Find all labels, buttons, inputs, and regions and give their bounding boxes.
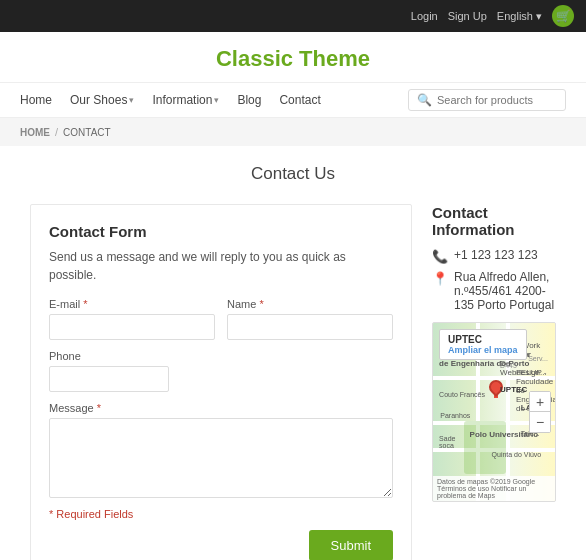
search-icon: 🔍	[417, 93, 432, 107]
required-marker: *	[83, 298, 87, 310]
main-nav: Home Our Shoes ▾ Information ▾ Blog Cont…	[0, 82, 586, 118]
map-zoom-controls: + −	[529, 391, 551, 433]
required-note: * Required Fields	[49, 508, 393, 520]
main-content: Contact Form Send us a message and we wi…	[0, 194, 586, 560]
email-field[interactable]	[49, 314, 215, 340]
chevron-down-icon: ▾	[536, 10, 542, 22]
cart-icon[interactable]: 🛒	[552, 5, 574, 27]
page-title: Contact Us	[0, 146, 586, 194]
required-marker: *	[259, 298, 263, 310]
contact-info-section: Contact Information 📞 +1 123 123 123 📍 R…	[432, 204, 556, 560]
phone-row: Phone	[49, 350, 393, 392]
map-d445-label: D445	[500, 362, 517, 369]
map-corner-label: Serv...	[528, 355, 548, 362]
breadcrumb-current: CONTACT	[63, 127, 111, 138]
submit-button[interactable]: Submit	[309, 530, 393, 560]
email-label: E-mail *	[49, 298, 215, 310]
map-footer: Datos de mapas ©2019 Google Términos de …	[433, 476, 555, 501]
map-couto-label: Couto Francês	[439, 391, 485, 398]
contact-form-heading: Contact Form	[49, 223, 393, 240]
site-title: Classic Theme	[0, 46, 586, 72]
search-area: 🔍	[408, 89, 566, 111]
language-selector[interactable]: English ▾	[497, 10, 542, 23]
required-marker: *	[97, 402, 101, 414]
contact-form-intro: Send us a message and we will reply to y…	[49, 248, 393, 284]
contact-form-section: Contact Form Send us a message and we wi…	[30, 204, 412, 560]
email-name-row: E-mail * Name *	[49, 298, 393, 340]
name-label: Name *	[227, 298, 393, 310]
nav-contact[interactable]: Contact	[279, 93, 320, 107]
chevron-down-icon: ▾	[129, 95, 134, 105]
message-label: Message *	[49, 402, 393, 414]
contact-info-heading: Contact Information	[432, 204, 556, 238]
map-popup-link[interactable]: Ampliar el mapa	[448, 345, 518, 355]
location-icon: 📍	[432, 271, 448, 286]
name-field[interactable]	[227, 314, 393, 340]
breadcrumb: HOME / CONTACT	[0, 118, 586, 146]
email-group: E-mail *	[49, 298, 215, 340]
breadcrumb-home[interactable]: HOME	[20, 127, 50, 138]
phone-number: +1 123 123 123	[454, 248, 538, 262]
breadcrumb-separator: /	[55, 126, 58, 138]
map-popup-label: UPTEC Ampliar el mapa	[439, 329, 527, 360]
phone-label: Phone	[49, 350, 393, 362]
map-quinta-label: Quinta do Viúvo	[492, 451, 542, 458]
address-info-row: 📍 Rua Alfredo Allen, n.º455/461 4200-135…	[432, 270, 556, 312]
map-container: ISEP - Instituto Superiorde Engenharia d…	[432, 322, 556, 502]
phone-icon: 📞	[432, 249, 448, 264]
nav-home[interactable]: Home	[20, 93, 52, 107]
nav-blog[interactable]: Blog	[237, 93, 261, 107]
phone-field[interactable]	[49, 366, 169, 392]
signup-link[interactable]: Sign Up	[448, 10, 487, 22]
phone-group: Phone	[49, 350, 393, 392]
name-group: Name *	[227, 298, 393, 340]
login-link[interactable]: Login	[411, 10, 438, 22]
message-row: Message *	[49, 402, 393, 498]
map-zoom-out[interactable]: −	[530, 412, 550, 432]
phone-info-row: 📞 +1 123 123 123	[432, 248, 556, 264]
message-field[interactable]	[49, 418, 393, 498]
message-group: Message *	[49, 402, 393, 498]
map-zoom-in[interactable]: +	[530, 392, 550, 412]
search-input[interactable]	[437, 94, 557, 106]
address-text: Rua Alfredo Allen, n.º455/461 4200-135 P…	[454, 270, 556, 312]
chevron-down-icon: ▾	[214, 95, 219, 105]
map-footer-text: Datos de mapas ©2019 Google Términos de …	[437, 478, 551, 499]
nav-our-shoes[interactable]: Our Shoes ▾	[70, 93, 134, 107]
map-sade-label: Sadesoca	[439, 435, 455, 449]
map-paranhos-label: Paranhos	[440, 412, 470, 419]
map-popup-title: UPTEC	[448, 334, 482, 345]
top-bar: Login Sign Up English ▾ 🛒	[0, 0, 586, 32]
nav-information[interactable]: Information ▾	[152, 93, 219, 107]
site-header: Classic Theme	[0, 32, 586, 82]
